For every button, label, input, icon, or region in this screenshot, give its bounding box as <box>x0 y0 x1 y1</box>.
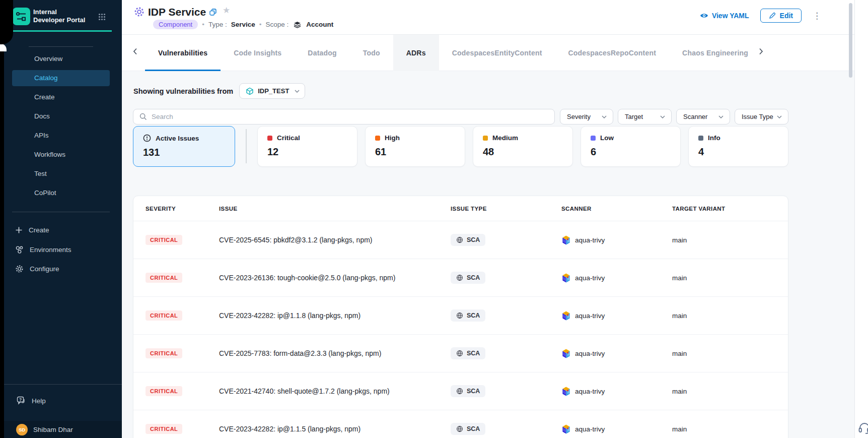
sidebar-environments-label: Environments <box>30 246 71 254</box>
issue-text: CVE-2023-42282: ip@1.1.5 (lang-pkgs, npm… <box>219 425 451 433</box>
web-icon <box>456 236 463 243</box>
stat-label: Low <box>600 134 614 142</box>
column-target-variant: TARGET VARIANT <box>672 206 776 212</box>
sidebar-item-catalog[interactable]: Catalog <box>12 70 110 86</box>
stat-label: Critical <box>277 134 300 142</box>
table-row[interactable]: CRITICAL CVE-2023-42282: ip@1.1.5 (lang-… <box>133 410 788 438</box>
search-box <box>133 109 555 124</box>
tabs-scroll-left-icon[interactable] <box>133 48 137 57</box>
view-yaml-button[interactable]: View YAML <box>700 12 749 20</box>
tab-adrs[interactable]: ADRs <box>393 35 439 71</box>
trivy-icon <box>561 273 571 283</box>
chevron-down-icon <box>660 115 665 118</box>
sidebar-create-button[interactable]: Create <box>15 222 111 237</box>
edit-button[interactable]: Edit <box>760 9 802 23</box>
right-rail <box>854 0 868 438</box>
project-select[interactable]: IDP_TEST <box>239 83 305 99</box>
severity-badge: CRITICAL <box>146 424 182 434</box>
search-input[interactable] <box>152 113 548 120</box>
more-menu-icon[interactable]: ⋮ <box>813 11 821 21</box>
stat-card-info[interactable]: Info 4 <box>688 126 788 167</box>
table-row[interactable]: CRITICAL CVE-2023-26136: tough-cookie@2.… <box>133 259 788 296</box>
sidebar-item-test[interactable]: Test <box>12 166 110 182</box>
circuit-logo-icon <box>15 10 28 23</box>
severity-badge: CRITICAL <box>146 348 182 358</box>
stat-value: 61 <box>375 146 455 158</box>
vuln-table-body: CRITICAL CVE-2025-6545: pbkdf2@3.1.2 (la… <box>133 221 788 438</box>
stat-card-high[interactable]: High 61 <box>365 126 465 167</box>
target-variant: main <box>672 236 776 244</box>
environments-icon <box>15 245 24 254</box>
stat-label: Info <box>708 134 720 142</box>
sidebar-environments-button[interactable]: Environments <box>15 242 111 257</box>
help-button[interactable]: ? Help <box>17 396 46 405</box>
divider <box>12 212 110 212</box>
view-yaml-label: View YAML <box>712 12 749 20</box>
tab-vulnerabilities[interactable]: Vulnerabilities <box>145 35 221 71</box>
medium-dot <box>483 136 488 141</box>
stat-card-critical[interactable]: Critical 12 <box>257 126 357 167</box>
tab-codespaces-entity-content[interactable]: CodespacesEntityContent <box>439 35 555 71</box>
scanner-cell: aqua-trivy <box>561 235 672 245</box>
column-scanner: SCANNER <box>561 206 672 212</box>
user-menu[interactable]: SD Shibam Dhar <box>0 421 122 438</box>
target-variant: main <box>672 312 776 320</box>
tab-chaos-engineering[interactable]: Chaos Engineering <box>669 35 757 71</box>
screen-edge <box>0 0 4 438</box>
filter-issue-type[interactable]: Issue Type <box>735 109 788 124</box>
project-name: IDP_TEST <box>258 87 291 95</box>
avatar: SD <box>16 424 28 435</box>
table-row[interactable]: CRITICAL CVE-2021-42740: shell-quote@1.7… <box>133 372 788 410</box>
stat-value: 48 <box>483 146 563 158</box>
eye-icon <box>700 13 708 19</box>
sidebar-item-copilot[interactable]: CoPilot <box>12 185 110 201</box>
trivy-icon <box>561 310 571 321</box>
svg-text:?: ? <box>19 397 22 402</box>
sidebar-item-apis[interactable]: APIs <box>12 128 110 144</box>
high-dot <box>375 136 380 141</box>
vertical-scrollbar[interactable] <box>849 3 852 78</box>
target-variant: main <box>672 350 776 357</box>
app-switcher-icon[interactable] <box>98 13 106 23</box>
filter-scanner[interactable]: Scanner <box>676 109 730 124</box>
table-row[interactable]: CRITICAL CVE-2025-6545: pbkdf2@3.1.2 (la… <box>133 221 788 259</box>
table-row[interactable]: CRITICAL CVE-2023-42282: ip@1.1.8 (lang-… <box>133 296 788 334</box>
tab-code-insights[interactable]: Code Insights <box>221 35 295 71</box>
issue-type-chip: SCA <box>451 309 485 322</box>
filter-severity[interactable]: Severity <box>560 109 613 124</box>
stat-value: 131 <box>143 147 225 158</box>
stat-value: 6 <box>591 146 671 158</box>
sidebar-item-create[interactable]: Create <box>12 89 110 105</box>
stat-value: 4 <box>698 146 778 158</box>
target-variant: main <box>672 388 776 395</box>
divider <box>29 46 93 47</box>
divider <box>246 129 247 163</box>
sidebar-item-overview[interactable]: Overview <box>12 51 110 67</box>
tab-codespaces-repo-content[interactable]: CodespacesRepoContent <box>555 35 670 71</box>
issue-type-chip: SCA <box>451 423 485 435</box>
issue-type-chip: SCA <box>451 385 485 397</box>
stat-card-medium[interactable]: Medium 48 <box>473 126 573 167</box>
service-gear-icon <box>134 7 144 19</box>
tab-todo[interactable]: Todo <box>350 35 393 71</box>
stat-card-low[interactable]: Low 6 <box>581 126 681 167</box>
support-headset-icon[interactable] <box>858 421 868 436</box>
sidebar-configure-button[interactable]: Configure <box>15 261 111 276</box>
table-row[interactable]: CRITICAL CVE-2025-7783: form-data@2.3.3 … <box>133 334 788 372</box>
sidebar-create-label: Create <box>29 226 49 234</box>
issue-type-chip: SCA <box>451 272 485 284</box>
copy-icon[interactable] <box>209 9 216 18</box>
favorite-star-icon[interactable]: ★ <box>223 5 230 16</box>
type-label: Type : <box>208 21 227 28</box>
tabs-scroll-right-icon[interactable] <box>759 48 763 57</box>
filter-target[interactable]: Target <box>618 109 672 124</box>
sidebar-item-docs[interactable]: Docs <box>12 108 110 124</box>
pencil-icon <box>769 12 776 19</box>
scanner-cell: aqua-trivy <box>561 273 672 283</box>
header-actions: View YAML Edit ⋮ <box>700 9 821 23</box>
tab-datadog[interactable]: Datadog <box>295 35 349 71</box>
sidebar-item-workflows[interactable]: Workflows <box>12 147 110 163</box>
issue-text: CVE-2025-7783: form-data@2.3.3 (lang-pkg… <box>219 349 451 357</box>
stat-card-active-issues[interactable]: Active Issues 131 <box>133 126 235 167</box>
severity-badge: CRITICAL <box>146 273 182 283</box>
